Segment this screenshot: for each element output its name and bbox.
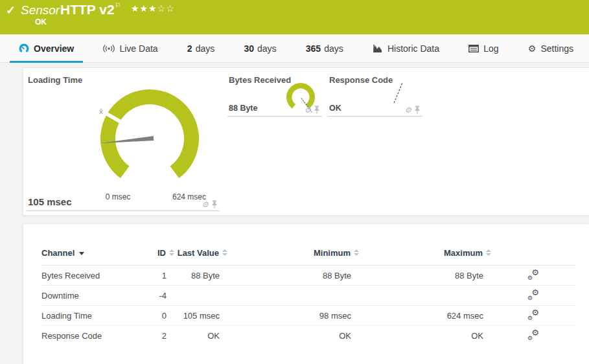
channel-minimum: 88 Byte — [227, 266, 359, 286]
channel-id: 0 — [137, 306, 174, 326]
tab-label: days — [324, 43, 343, 54]
tab-number: 2 — [187, 43, 192, 54]
channel-id: 2 — [137, 326, 174, 346]
sensor-status-badge: OK — [35, 17, 47, 27]
mean-marker-label: x̄ — [99, 108, 103, 115]
channel-maximum — [359, 286, 491, 306]
tab-label: Live Data — [119, 43, 157, 54]
tab-label: Historic Data — [387, 43, 439, 54]
channel-minimum: OK — [227, 326, 359, 346]
tab-bar: Overview Live Data 2 days 30 days 365 da… — [0, 34, 589, 63]
sort-arrows-icon — [486, 249, 491, 256]
tab-historic-data[interactable]: Historic Data — [364, 34, 448, 62]
flag-icon[interactable]: ⚐ — [115, 1, 121, 10]
gauge-title: Response Code — [329, 75, 393, 85]
tab-30-days[interactable]: 30 days — [235, 34, 285, 62]
column-header-id[interactable]: ID — [137, 247, 174, 266]
channel-name[interactable]: Bytes Received — [41, 266, 137, 286]
tab-number: 365 — [306, 43, 321, 54]
gauge-panel-bytes-received: Bytes Received 88 Byte ⚙ — [227, 73, 322, 117]
channel-name[interactable]: Downtime — [41, 286, 137, 306]
tab-365-days[interactable]: 365 days — [297, 34, 352, 62]
sensor-name: HTTP v2 — [60, 2, 115, 17]
channel-maximum: 624 msec — [359, 306, 491, 326]
broadcast-icon — [103, 44, 115, 53]
channel-id: 1 — [137, 266, 174, 286]
tab-settings[interactable]: ⚙ Settings — [519, 34, 583, 62]
tab-label: days — [257, 43, 277, 54]
tab-number: 30 — [244, 43, 254, 54]
table-row: Downtime -4 ⚙⚙ — [41, 286, 575, 306]
gauge-needle — [394, 83, 402, 103]
sort-arrows-icon — [222, 249, 227, 256]
tab-label: Overview — [34, 43, 74, 54]
pin-icon[interactable] — [314, 106, 320, 114]
edit-channel-gears-icon[interactable]: ⚙⚙ — [529, 269, 539, 280]
channel-table: Channel ID Last Value Minimum Maximum — [41, 247, 575, 345]
sensor-header: ✓ Sensor HTTP v2 ⚐ ★★★☆☆ OK — [0, 0, 589, 34]
edit-channel-gears-icon[interactable]: ⚙⚙ — [529, 290, 539, 300]
tab-live-data[interactable]: Live Data — [94, 34, 167, 62]
tab-label: Settings — [540, 43, 573, 54]
sensor-kind-label: Sensor — [21, 3, 60, 17]
channel-minimum — [227, 286, 359, 306]
channel-id: -4 — [137, 286, 174, 306]
tab-overview[interactable]: Overview — [10, 34, 83, 62]
channel-last-value: OK — [174, 326, 227, 346]
gauge-icon — [19, 43, 29, 54]
channel-last-value: 105 msec — [174, 306, 227, 326]
gauges-card: Loading Time x̄ 0 msec 624 msec 105 msec… — [23, 67, 589, 216]
gauge-scale-min: 0 msec — [97, 192, 139, 201]
tab-log[interactable]: Log — [459, 34, 507, 62]
gauge-title: Bytes Received — [229, 75, 291, 85]
priority-stars[interactable]: ★★★☆☆ — [131, 3, 175, 14]
column-header-channel[interactable]: Channel — [41, 247, 137, 266]
channel-maximum: OK — [359, 326, 491, 346]
channel-settings-gear-icon[interactable]: ⚙ — [202, 201, 209, 209]
column-header-maximum[interactable]: Maximum — [359, 247, 491, 266]
sort-caret-down-icon — [79, 252, 84, 255]
edit-channel-gears-icon[interactable]: ⚙⚙ — [529, 330, 539, 340]
tab-2-days[interactable]: 2 days — [178, 34, 224, 62]
channel-settings-gear-icon[interactable]: ⚙ — [404, 106, 411, 114]
channel-minimum: 98 msec — [227, 306, 359, 326]
sort-arrows-icon — [354, 249, 359, 256]
channel-table-card: Channel ID Last Value Minimum Maximum — [23, 223, 589, 364]
channel-last-value: 88 Byte — [174, 266, 227, 286]
table-row: Response Code 2 OK OK OK ⚙⚙ — [41, 326, 575, 346]
pin-icon[interactable] — [414, 106, 421, 114]
gauge-current-value: 105 msec — [28, 196, 72, 207]
area-chart-icon — [373, 44, 383, 53]
table-row: Loading Time 0 105 msec 98 msec 624 msec… — [41, 306, 575, 326]
channel-name[interactable]: Loading Time — [41, 306, 137, 326]
channel-name[interactable]: Response Code — [41, 326, 137, 346]
channel-maximum: 88 Byte — [359, 266, 491, 286]
sort-arrows-icon — [169, 249, 174, 256]
status-ok-check-icon: ✓ — [6, 3, 16, 17]
edit-channel-gears-icon[interactable]: ⚙⚙ — [529, 310, 539, 320]
column-header-last-value[interactable]: Last Value — [174, 247, 227, 266]
log-list-icon — [468, 45, 479, 52]
gauge-panel-loading-time: Loading Time x̄ 0 msec 624 msec 105 msec… — [27, 73, 220, 211]
gauge-panel-response-code: Response Code OK ⚙ — [328, 73, 422, 117]
table-row: Bytes Received 1 88 Byte 88 Byte 88 Byte… — [41, 266, 575, 286]
response-code-gauge — [391, 82, 405, 104]
channel-last-value — [174, 286, 227, 306]
loading-time-gauge: x̄ — [97, 86, 202, 191]
gauge-current-value: 88 Byte — [229, 104, 257, 113]
tab-label: Log — [483, 43, 498, 54]
gear-icon: ⚙ — [528, 44, 537, 53]
gauge-current-value: OK — [329, 104, 341, 113]
pin-icon[interactable] — [211, 200, 218, 209]
column-header-minimum[interactable]: Minimum — [227, 247, 359, 266]
tab-label: days — [196, 43, 215, 54]
channel-settings-gear-icon[interactable]: ⚙ — [304, 106, 311, 114]
gauge-title: Loading Time — [28, 75, 82, 85]
